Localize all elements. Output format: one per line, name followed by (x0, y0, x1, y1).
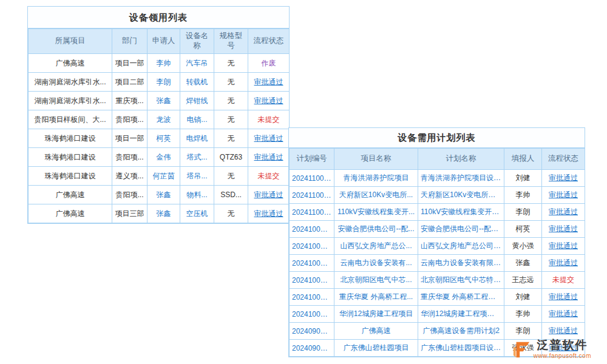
status-cell[interactable]: 审批通过 (248, 129, 290, 148)
plan-table-row: 2024100002重庆华夏 外高桥工程...重庆华夏 外高桥工程设备...刘健… (290, 289, 585, 306)
model-spec-cell: 无 (214, 54, 248, 73)
equipment-name-cell[interactable]: 塔式... (180, 148, 214, 167)
project-name-cell[interactable]: 华润12城房建工程项目 (334, 306, 418, 323)
project-name-cell[interactable]: 广佛高速 (334, 323, 418, 340)
project-name-cell[interactable]: 110kV安徽线程集变开... (334, 204, 418, 221)
applicant-cell[interactable]: 金伟 (148, 148, 180, 167)
plan-number-cell[interactable]: 2024110003 (290, 170, 334, 187)
plan-header-row: 计划编号项目名称计划名称填报人流程状态 (290, 149, 585, 170)
project-name-cell[interactable]: 重庆华夏 外高桥工程... (334, 289, 418, 306)
project-name-cell[interactable]: 天府新区10Kv变电所... (334, 187, 418, 204)
applicant-cell[interactable]: 李朗 (148, 73, 180, 92)
plan-number-cell[interactable]: 2024100003 (290, 272, 334, 289)
status-cell[interactable]: 审批通过 (542, 323, 585, 340)
reporter-cell: 柯英 (504, 221, 542, 238)
reporter-cell: 张鑫 (504, 255, 542, 272)
equipment-name-cell[interactable]: 空压机 (180, 204, 214, 223)
requisition-table-row: 贵阳项目样板间、大...贵阳项...龙波电镐...无未提交 (29, 110, 290, 129)
plan-name-cell[interactable]: 天府新区10Kv变电所安装... (418, 187, 504, 204)
applicant-cell[interactable]: 龙波 (148, 110, 180, 129)
project-cell: 广佛高速 (29, 54, 112, 73)
applicant-cell[interactable]: 柯英 (148, 129, 180, 148)
status-cell[interactable]: 审批通过 (248, 204, 290, 223)
model-spec-cell: 无 (214, 73, 248, 92)
plan-table-row: 2024110001110kV安徽线程集变开...110kV安徽线程集变开断..… (290, 204, 585, 221)
status-cell[interactable]: 审批通过 (542, 204, 585, 221)
applicant-cell[interactable]: 李帅 (148, 54, 180, 73)
status-cell[interactable]: 审批通过 (248, 186, 290, 204)
project-cell: 贵阳项目样板间、大... (29, 110, 112, 129)
equipment-name-cell[interactable]: 电焊机 (180, 129, 214, 148)
plan-number-cell[interactable]: 2024100001 (290, 306, 334, 323)
status-cell[interactable]: 未提交 (248, 110, 290, 129)
requisition-col-header-4: 规格型号 (214, 29, 248, 54)
project-name-cell[interactable]: 青海洪湖养护院项目 (334, 170, 418, 187)
plan-name-cell[interactable]: 重庆华夏 外高桥工程设备... (418, 289, 504, 306)
plan-table-row: 2024100004云南电力设备安装有...云南电力设备安装有限公...张鑫审批… (290, 255, 585, 272)
plan-col-header-2: 计划名称 (418, 149, 504, 170)
equipment-name-cell[interactable]: 塔吊... (180, 167, 214, 186)
plan-name-cell[interactable]: 青海洪湖养护院项目设备... (418, 170, 504, 187)
status-cell[interactable]: 审批通过 (248, 148, 290, 167)
reporter-cell: 李帅 (504, 306, 542, 323)
project-name-cell[interactable]: 北京朝阳区电气中芯... (334, 272, 418, 289)
status-cell[interactable]: 审批通过 (542, 289, 585, 306)
project-cell: 广佛高速 (29, 186, 112, 204)
applicant-cell[interactable]: 张鑫 (148, 92, 180, 110)
plan-list-title: 设备需用计划列表 (289, 128, 585, 148)
plan-table-row: 2024100001华润12城房建工程项目华润12城房建工程项目设...李帅审批… (290, 306, 585, 323)
department-cell: 项目二部 (112, 73, 148, 92)
plan-number-cell[interactable]: 2024110001 (290, 204, 334, 221)
plan-name-cell[interactable]: 安徽合肥供电公司--配电... (418, 221, 504, 238)
requisition-table-row: 珠海鹤港口建设贵阳项...金伟塔式...QTZ63审批通过 (29, 148, 290, 167)
requisition-header-row: 所属项目部门申请人设备名称规格型号流程状态 (29, 29, 290, 54)
requisition-table-row: 广佛高速贵阳项...张鑫物料...SSD...审批通过 (29, 186, 290, 204)
requisition-list-panel: 设备领用列表 所属项目部门申请人设备名称规格型号流程状态 广佛高速项目一部李帅汽… (27, 6, 290, 224)
requisition-col-header-5: 流程状态 (248, 29, 290, 54)
status-cell[interactable]: 审批通过 (542, 170, 585, 187)
project-name-cell[interactable]: 山西弘文房地产总公... (334, 238, 418, 255)
equipment-name-cell[interactable]: 焊钳线 (180, 92, 214, 110)
equipment-name-cell[interactable]: 汽车吊 (180, 54, 214, 73)
plan-number-cell[interactable]: 2024100006 (290, 221, 334, 238)
status-cell[interactable]: 未提交 (248, 167, 290, 186)
status-cell[interactable]: 审批通过 (542, 187, 585, 204)
equipment-name-cell[interactable]: 电镐... (180, 110, 214, 129)
project-name-cell[interactable]: 广东佛山碧桂园项目 (334, 340, 418, 357)
reporter-cell: 刘健 (504, 289, 542, 306)
plan-name-cell[interactable]: 北京朝阳区电气中芯特气... (418, 272, 504, 289)
plan-name-cell[interactable]: 广佛高速设备需用计划2 (418, 323, 504, 340)
plan-number-cell[interactable]: 2024090003 (290, 323, 334, 340)
status-cell[interactable]: 审批通过 (542, 306, 585, 323)
applicant-cell[interactable]: 张鑫 (148, 186, 180, 204)
equipment-name-cell[interactable]: 转载机 (180, 73, 214, 92)
project-name-cell[interactable]: 安徽合肥供电公司--配... (334, 221, 418, 238)
status-cell[interactable]: 审批通过 (248, 92, 290, 110)
plan-number-cell[interactable]: 2024100002 (290, 289, 334, 306)
reporter-cell: 王志远 (504, 272, 542, 289)
plan-name-cell[interactable]: 华润12城房建工程项目设... (418, 306, 504, 323)
plan-name-cell[interactable]: 广东佛山碧桂园项目设备... (418, 340, 504, 357)
project-name-cell[interactable]: 云南电力设备安装有... (334, 255, 418, 272)
project-cell: 湖南洞庭湖水库引水... (29, 73, 112, 92)
model-spec-cell: 无 (214, 129, 248, 148)
equipment-name-cell[interactable]: 物料... (180, 186, 214, 204)
status-cell[interactable]: 审批通过 (542, 238, 585, 255)
plan-number-cell[interactable]: 2024090002 (290, 340, 334, 357)
status-cell[interactable]: 审批通过 (542, 255, 585, 272)
plan-number-cell[interactable]: 2024110002 (290, 187, 334, 204)
department-cell: 项目一部 (112, 54, 148, 73)
status-cell[interactable]: 审批通过 (248, 73, 290, 92)
status-cell[interactable]: 未提交 (542, 272, 585, 289)
status-cell[interactable]: 审批通过 (542, 221, 585, 238)
department-cell: 项目一部 (112, 129, 148, 148)
status-cell[interactable]: 作废 (248, 54, 290, 73)
plan-number-cell[interactable]: 2024100005 (290, 238, 334, 255)
plan-number-cell[interactable]: 2024100004 (290, 255, 334, 272)
plan-name-cell[interactable]: 云南电力设备安装有限公... (418, 255, 504, 272)
plan-name-cell[interactable]: 山西弘文房地产总公司电... (418, 238, 504, 255)
applicant-cell[interactable]: 张鑫 (148, 204, 180, 223)
requisition-table-row: 湖南洞庭湖水库引水...项目二部李朗转载机无审批通过 (29, 73, 290, 92)
plan-name-cell[interactable]: 110kV安徽线程集变开断... (418, 204, 504, 221)
applicant-cell[interactable]: 何芷茵 (148, 167, 180, 186)
